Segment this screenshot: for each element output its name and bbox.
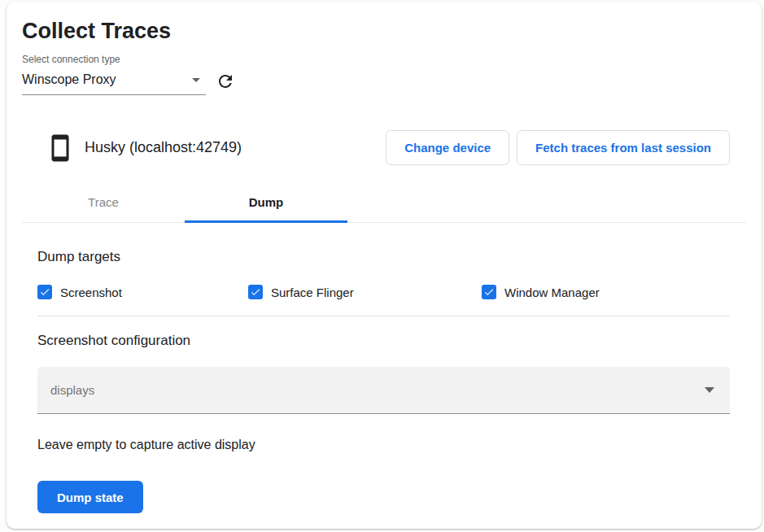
fetch-traces-button[interactable]: Fetch traces from last session	[517, 130, 730, 165]
collect-traces-card: Collect Traces Select connection type Wi…	[7, 2, 762, 529]
connection-type-label: Select connection type	[22, 54, 746, 65]
device-buttons: Change device Fetch traces from last ses…	[386, 130, 730, 165]
tab-trace[interactable]: Trace	[22, 184, 185, 223]
checkbox-checked-icon	[248, 285, 263, 299]
page-title: Collect Traces	[22, 18, 746, 44]
displays-select-value: displays	[50, 383, 94, 397]
dump-state-button[interactable]: Dump state	[37, 481, 143, 513]
checkbox-label: Surface Flinger	[271, 286, 354, 299]
connection-type-value: Winscope Proxy	[22, 72, 116, 87]
dump-targets-heading: Dump targets	[37, 249, 730, 265]
checkbox-surface-flinger[interactable]: Surface Flinger	[248, 285, 482, 299]
refresh-icon	[216, 72, 235, 91]
checkbox-checked-icon	[482, 285, 496, 299]
screenshot-config-heading: Screenshot configuration	[37, 333, 730, 349]
dump-targets-row: Screenshot Surface Flinger Window Manage…	[37, 285, 730, 299]
chevron-down-icon	[192, 78, 200, 82]
smartphone-icon	[46, 133, 75, 163]
checkbox-screenshot[interactable]: Screenshot	[37, 285, 248, 299]
checkbox-window-manager[interactable]: Window Manager	[482, 285, 600, 299]
checkbox-checked-icon	[37, 285, 52, 299]
chevron-down-icon	[705, 387, 714, 393]
device-name: Husky (localhost:42749)	[85, 139, 242, 156]
header: Collect Traces Select connection type Wi…	[7, 2, 762, 98]
section-divider	[37, 316, 730, 316]
dump-tab-content: Dump targets Screenshot Surface Flinger …	[7, 249, 762, 513]
tab-bar: Trace Dump	[22, 184, 746, 223]
connection-type-select[interactable]: Winscope Proxy	[22, 72, 206, 95]
device-row: Husky (localhost:42749) Change device Fe…	[7, 130, 762, 165]
checkbox-label: Screenshot	[60, 286, 122, 299]
tab-dump[interactable]: Dump	[185, 184, 347, 223]
connection-row: Winscope Proxy	[22, 70, 746, 98]
hint-text: Leave empty to capture active display	[37, 437, 730, 452]
change-device-button[interactable]: Change device	[386, 130, 509, 165]
displays-select[interactable]: displays	[37, 367, 730, 414]
checkbox-label: Window Manager	[504, 286, 600, 299]
refresh-button[interactable]	[214, 70, 237, 93]
